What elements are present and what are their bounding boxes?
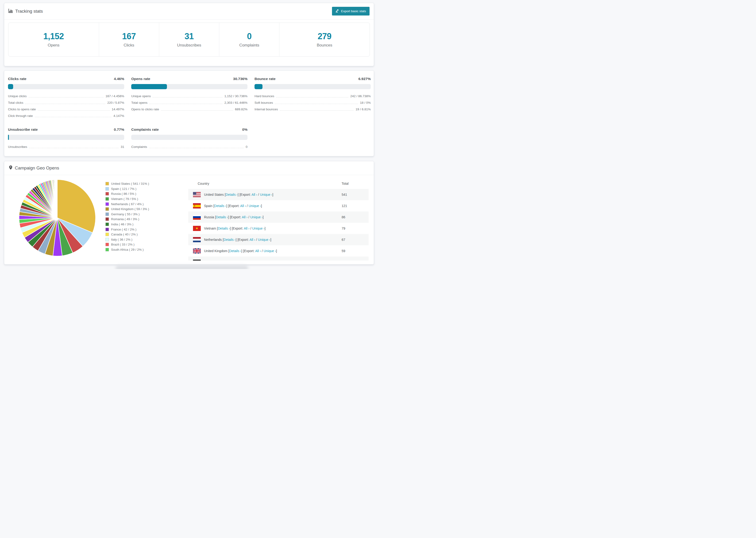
country-flag-icon (193, 203, 201, 208)
total-value: 541 (342, 193, 369, 196)
legend-label: Vietnam ( 79 / 5% ) (111, 197, 138, 201)
progress-bar (8, 84, 124, 89)
legend-item[interactable]: Canada ( 40 / 2% ) (105, 232, 180, 237)
legend-item[interactable]: United States ( 541 / 31% ) (105, 181, 180, 187)
legend-swatch (105, 197, 109, 201)
legend-label: Italy ( 36 / 2% ) (111, 238, 133, 241)
stat-label: Opens (48, 43, 59, 48)
export-all-link[interactable]: All › (242, 215, 247, 219)
export-unique-link[interactable]: Unique › (252, 227, 265, 230)
legend-item[interactable]: Russia ( 86 / 5% ) (105, 191, 180, 196)
bracket-text: ] [Export: (242, 249, 255, 253)
bracket-text: / (249, 227, 252, 230)
legend-item[interactable]: Italy ( 36 / 2% ) (105, 237, 180, 242)
stats-summary-row: 1,152 Opens 167 Clicks 31 Unsubscribes 0… (8, 23, 370, 57)
bracket-text: ] (261, 204, 262, 208)
rate-title: Opens rate (131, 77, 150, 81)
export-all-link[interactable]: All › (249, 238, 255, 242)
rate-row: Soft bounces 18 / 0% (254, 100, 371, 105)
legend-label: South Africa ( 29 / 2% ) (111, 248, 144, 251)
legend-label: Netherlands ( 67 / 4% ) (111, 202, 144, 206)
details-link[interactable]: Details › (226, 193, 238, 196)
legend-label: Canada ( 40 / 2% ) (111, 233, 137, 236)
legend-item[interactable]: Vietnam ( 79 / 5% ) (105, 196, 180, 202)
legend-label: Romania ( 49 / 3% ) (111, 217, 139, 221)
rate-block: Bounce rate 6.927% Hard bounces 242 / 86… (254, 77, 371, 120)
rate-title: Complaints rate (131, 127, 159, 132)
table-row: Netherlands [Details ›] [Export: All › /… (188, 234, 369, 245)
details-link[interactable]: Details › (214, 204, 226, 208)
geo-pie-chart (19, 179, 96, 256)
rate-title: Bounce rate (254, 77, 276, 81)
export-unique-link[interactable]: Unique › (258, 238, 270, 242)
stat-value: 279 (318, 31, 332, 41)
table-row: United Kingdom [Details ›] [Export: All … (188, 245, 369, 256)
details-link[interactable]: Details › (218, 227, 230, 230)
country-flag-icon (193, 248, 201, 253)
rate-row-label: Unique opens (131, 94, 151, 98)
total-value: 59 (342, 249, 369, 253)
export-unique-link[interactable]: Unique › (260, 193, 272, 196)
dotted-leader (161, 110, 233, 111)
rate-row-value: 167 / 4.456% (105, 94, 124, 98)
export-icon (336, 9, 339, 13)
bracket-text: [ (216, 227, 218, 230)
total-value: 86 (342, 215, 369, 219)
legend-item[interactable]: Germany ( 55 / 3% ) (105, 212, 180, 217)
legend-label: Germany ( 55 / 3% ) (111, 212, 140, 216)
export-basic-stats-button[interactable]: Export basic stats (332, 7, 369, 16)
legend-item[interactable]: United Kingdom ( 59 / 3% ) (105, 207, 180, 212)
legend-item[interactable]: South Africa ( 29 / 2% ) (105, 247, 180, 252)
export-unique-link[interactable]: Unique › (250, 215, 263, 219)
rate-row-label: Total clicks (8, 100, 23, 105)
export-unique-link[interactable]: Unique › (264, 249, 276, 253)
legend-item[interactable]: France ( 42 / 2% ) (105, 227, 180, 232)
country-cell: United States [Details ›] [Export: All ›… (204, 193, 342, 196)
export-all-link[interactable]: All › (255, 249, 261, 253)
rate-row-label: Total opens (131, 100, 147, 105)
bracket-text: ] [Export: (226, 204, 240, 208)
rate-block: Opens rate 30.736% Unique opens 1,152 / … (131, 77, 247, 120)
rate-row-value: 14.497% (112, 107, 124, 112)
rate-row: Unique clicks 167 / 4.456% (8, 94, 124, 98)
country-cell: Spain [Details ›] [Export: All › / Uniqu… (204, 204, 342, 208)
legend-item[interactable]: Romania ( 49 / 3% ) (105, 217, 180, 222)
export-all-link[interactable]: All › (244, 227, 249, 230)
country-flag-icon (193, 226, 201, 231)
legend-item[interactable]: Brazil ( 33 / 2% ) (105, 242, 180, 247)
legend-item[interactable]: Spain ( 121 / 7% ) (105, 187, 180, 191)
details-link[interactable]: Details › (216, 215, 228, 219)
bracket-text: ] (270, 238, 271, 242)
legend-swatch (105, 248, 109, 251)
bracket-text: / (255, 238, 258, 242)
progress-fill (254, 84, 262, 89)
rate-head: Bounce rate 6.927% (254, 77, 371, 81)
details-link[interactable]: Details › (229, 249, 241, 253)
rate-title: Unsubscribe rate (8, 127, 38, 132)
bracket-text: ] [Export: (228, 215, 242, 219)
rate-row-label: Soft bounces (254, 100, 273, 105)
export-unique-link[interactable]: Unique › (249, 204, 261, 208)
stat-label: Clicks (124, 43, 134, 48)
export-button-label: Export basic stats (341, 9, 366, 13)
rate-row-value: 220 / 5.87% (107, 100, 124, 105)
progress-bar (131, 135, 247, 140)
legend-item[interactable]: Netherlands ( 67 / 4% ) (105, 201, 180, 207)
rate-title: Clicks rate (8, 77, 26, 81)
legend-swatch (105, 233, 109, 236)
export-all-link[interactable]: All › (240, 204, 246, 208)
map-pin-icon (9, 165, 13, 171)
bracket-text: / (246, 204, 249, 208)
geo-title: Campaign Geo Opens (15, 166, 59, 171)
table-row: Russia [Details ›] [Export: All › / Uniq… (188, 211, 369, 223)
rate-head: Clicks rate 4.46% (8, 77, 124, 81)
pie-slice[interactable] (57, 180, 57, 218)
details-link[interactable]: Details › (224, 238, 236, 242)
country-cell: Vietnam [Details ›] [Export: All › / Uni… (204, 227, 342, 230)
country-cell: Russia [Details ›] [Export: All › / Uniq… (204, 215, 342, 219)
export-all-link[interactable]: All › (251, 193, 257, 196)
dotted-leader (35, 117, 112, 117)
legend-item[interactable]: India ( 46 / 3% ) (105, 222, 180, 227)
bracket-text: ] [Export: (236, 238, 249, 242)
rate-row-label: Unique clicks (8, 94, 27, 98)
